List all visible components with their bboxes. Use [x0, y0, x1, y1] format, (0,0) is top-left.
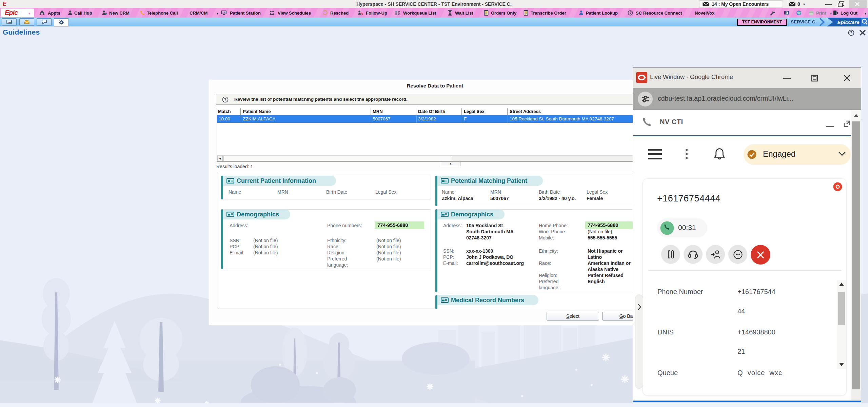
svg-text:?: ?: [224, 97, 226, 102]
svg-text:?: ?: [850, 31, 852, 35]
svg-text:EpicCare: EpicCare: [837, 19, 859, 25]
svg-text:?: ?: [786, 12, 787, 14]
